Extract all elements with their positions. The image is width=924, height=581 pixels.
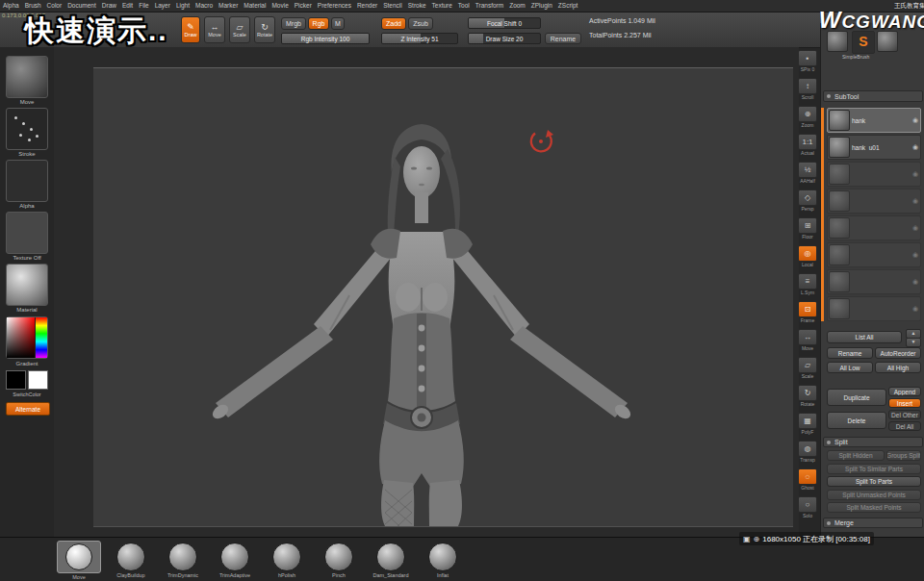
menu-color[interactable]: Color (44, 0, 65, 12)
visibility-eye-icon[interactable]: ◉ (912, 278, 919, 286)
all-low-button[interactable]: All Low (827, 362, 873, 373)
frame-shelf-button[interactable]: ⊡Frame (797, 301, 818, 323)
autoreorder-button[interactable]: AutoReorder (875, 347, 921, 359)
sculpt-model-female-character[interactable] (93, 68, 793, 526)
rgb-button[interactable]: Rgb (308, 17, 329, 30)
menu-movie[interactable]: Movie (269, 0, 291, 12)
menu-document[interactable]: Document (64, 0, 99, 12)
alternate-button[interactable]: Alternate (6, 402, 50, 416)
m-button[interactable]: M (331, 17, 345, 30)
lsym-shelf-button[interactable]: ≡L.Sym (797, 273, 818, 295)
current-material-thumbnail[interactable] (6, 264, 48, 306)
split-similar-parts-button[interactable]: Split To Similar Parts (827, 464, 921, 474)
mrgb-button[interactable]: Mrgb (281, 17, 306, 30)
menu-texture[interactable]: Texture (429, 0, 455, 12)
visibility-eye-icon[interactable]: ◉ (912, 197, 919, 205)
subtool-row[interactable]: hank◉ (827, 108, 921, 133)
split-unmasked-points-button[interactable]: Split Unmasked Points (827, 490, 921, 500)
duplicate-button[interactable]: Duplicate (827, 389, 886, 406)
current-stroke-thumbnail[interactable] (6, 108, 48, 150)
visibility-eye-icon[interactable]: ◉ (912, 143, 919, 151)
rename-button[interactable]: Rename (545, 33, 581, 44)
menu-transform[interactable]: Transform (473, 0, 506, 12)
menu-zscript[interactable]: ZScript (555, 0, 581, 12)
split-section-header[interactable]: Split (823, 437, 923, 447)
zsub-button[interactable]: Zsub (408, 17, 433, 30)
actual-shelf-button[interactable]: 1:1Actual (797, 134, 818, 156)
delete-button[interactable]: Delete (827, 412, 886, 429)
scale-shelf-button[interactable]: ▱Scale (797, 357, 818, 379)
canvas-area[interactable] (54, 47, 799, 537)
insert-button[interactable]: Insert (888, 398, 921, 408)
menu-zplugin[interactable]: ZPlugin (528, 0, 555, 12)
menu-layer[interactable]: Layer (152, 0, 173, 12)
current-brush-thumbnail[interactable] (6, 56, 48, 98)
hue-strip[interactable] (36, 317, 47, 358)
ghost-shelf-button[interactable]: ◌Ghost (797, 468, 818, 491)
visibility-eye-icon[interactable]: ◉ (912, 116, 919, 124)
persp-shelf-button[interactable]: ◇Persp (797, 189, 818, 212)
tray-brush-move[interactable]: Move (54, 541, 104, 581)
menu-material[interactable]: Material (241, 0, 269, 12)
visibility-eye-icon[interactable]: ◉ (912, 251, 919, 259)
menu-brush[interactable]: Brush (22, 0, 44, 12)
draw-mode-button[interactable]: ✎ Draw (181, 16, 200, 43)
split-to-parts-button[interactable]: Split To Parts (827, 476, 921, 487)
subtool-row[interactable]: ◉ (827, 242, 921, 267)
aahalf-shelf-button[interactable]: ½AAHalf (797, 162, 818, 184)
z-intensity-slider[interactable]: Z Intensity 51 (381, 33, 458, 44)
subtool-row[interactable]: ◉ (827, 215, 921, 240)
simplebrush-icon[interactable]: S (852, 31, 875, 54)
merge-section-header[interactable]: Merge (823, 518, 923, 528)
menu-stroke[interactable]: Stroke (405, 0, 429, 12)
split-hidden-button[interactable]: Split Hidden (827, 450, 885, 461)
scroll-shelf-button[interactable]: ↕Scroll (797, 78, 818, 100)
move-shelf-button[interactable]: ↔Move (797, 329, 818, 351)
color-saturation-square[interactable] (7, 317, 35, 358)
scale-mode-button[interactable]: ▱ Scale (229, 16, 250, 43)
rgb-intensity-slider[interactable]: Rgb Intensity 100 (281, 33, 370, 44)
subtool-row[interactable]: ◉ (827, 162, 921, 187)
del-all-button[interactable]: Del All (888, 421, 921, 431)
zadd-button[interactable]: Zadd (381, 17, 406, 30)
del-other-button[interactable]: Del Other (888, 410, 921, 419)
tray-brush-hpolish[interactable]: hPolish (262, 541, 312, 579)
floor-shelf-button[interactable]: ⊞Floor (797, 217, 818, 240)
tray-brush-trimadaptive[interactable]: TrimAdaptive (210, 541, 260, 579)
menu-draw[interactable]: Draw (99, 0, 119, 12)
menu-macro[interactable]: Macro (192, 0, 216, 12)
menu-edit[interactable]: Edit (119, 0, 136, 12)
menu-file[interactable]: File (136, 0, 151, 12)
menu-render[interactable]: Render (354, 0, 380, 12)
rename-subtool-button[interactable]: Rename (827, 347, 873, 359)
groups-split-button[interactable]: Groups Split (886, 450, 921, 461)
visibility-eye-icon[interactable]: ◉ (912, 170, 919, 178)
subtool-row[interactable]: ◉ (827, 296, 921, 321)
tray-brush-inflat[interactable]: Inflat (418, 541, 468, 579)
subtool-section-header[interactable]: SubTool (823, 90, 923, 102)
draw-size-slider[interactable]: Draw Size 20 (468, 33, 541, 44)
solo-shelf-button[interactable]: ○Solo (797, 496, 818, 518)
split-masked-points-button[interactable]: Split Masked Points (827, 502, 921, 513)
move-mode-button[interactable]: ↔ Move (204, 16, 225, 43)
focal-shift-slider[interactable]: Focal Shift 0 (468, 17, 541, 29)
menu-stencil[interactable]: Stencil (380, 0, 405, 12)
append-button[interactable]: Append (888, 387, 921, 396)
menu-zoom[interactable]: Zoom (506, 0, 528, 12)
spix-shelf-button[interactable]: ▪SPix 0 (797, 50, 818, 72)
tool-slot-thumbnail[interactable] (877, 31, 898, 52)
visibility-eye-icon[interactable]: ◉ (912, 224, 919, 232)
color-picker[interactable] (6, 316, 48, 359)
visibility-eye-icon[interactable]: ◉ (912, 305, 919, 313)
tray-brush-pinch[interactable]: Pinch (314, 541, 364, 579)
all-high-button[interactable]: All High (875, 362, 921, 373)
subtool-down-button[interactable]: ▼ (906, 338, 921, 347)
subtool-row[interactable]: ◉ (827, 269, 921, 294)
polyf-shelf-button[interactable]: ▦PolyF (797, 413, 818, 435)
zoom-shelf-button[interactable]: ⊕Zoom (797, 106, 818, 128)
menu-preferences[interactable]: Preferences (315, 0, 354, 12)
subtool-row[interactable]: ◉ (827, 189, 921, 214)
tray-brush-trimdynamic[interactable]: TrimDynamic (158, 541, 208, 579)
local-shelf-button[interactable]: ◎Local (797, 245, 818, 267)
list-all-button[interactable]: List All (827, 331, 902, 343)
